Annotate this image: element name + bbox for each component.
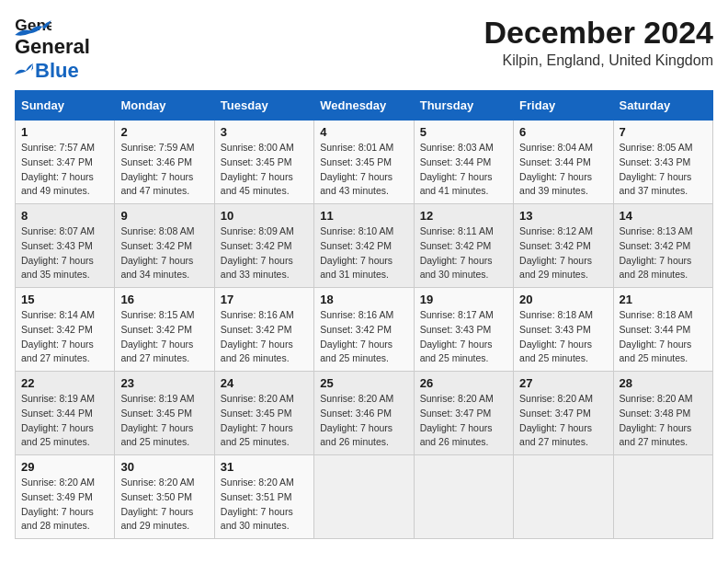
table-row [613,455,712,539]
col-sunday: Sunday [16,91,115,121]
day-number: 19 [420,293,507,306]
day-number: 3 [221,125,308,139]
day-number: 26 [420,376,507,390]
day-detail: Sunrise: 8:20 AMSunset: 3:45 PMDaylight:… [221,392,308,450]
table-row: 4 Sunrise: 8:01 AMSunset: 3:45 PMDayligh… [314,121,414,204]
day-number: 23 [120,376,208,390]
table-row: 14 Sunrise: 8:13 AMSunset: 3:42 PMDaylig… [613,204,712,288]
page-title: December 2024 [483,15,713,51]
day-detail: Sunrise: 7:57 AMSunset: 3:47 PMDaylight:… [21,141,108,199]
day-detail: Sunrise: 8:17 AMSunset: 3:43 PMDaylight:… [420,308,507,366]
day-detail: Sunrise: 8:20 AMSunset: 3:50 PMDaylight:… [120,476,208,534]
calendar-week-row: 8 Sunrise: 8:07 AMSunset: 3:43 PMDayligh… [16,204,713,288]
table-row: 7 Sunrise: 8:05 AMSunset: 3:43 PMDayligh… [613,121,712,204]
table-row: 23 Sunrise: 8:19 AMSunset: 3:45 PMDaylig… [115,372,214,455]
table-row: 18 Sunrise: 8:16 AMSunset: 3:42 PMDaylig… [314,288,414,372]
day-detail: Sunrise: 8:18 AMSunset: 3:44 PMDaylight:… [620,308,707,366]
calendar-header-row: Sunday Monday Tuesday Wednesday Thursday… [16,91,713,121]
table-row: 1 Sunrise: 7:57 AMSunset: 3:47 PMDayligh… [16,121,115,204]
header: General General Blue December 2024 Kilpi… [15,15,713,83]
table-row: 13 Sunrise: 8:12 AMSunset: 3:42 PMDaylig… [514,204,613,288]
table-row: 21 Sunrise: 8:18 AMSunset: 3:44 PMDaylig… [613,288,712,372]
table-row: 24 Sunrise: 8:20 AMSunset: 3:45 PMDaylig… [214,372,313,455]
day-detail: Sunrise: 8:13 AMSunset: 3:42 PMDaylight:… [620,224,707,282]
table-row: 15 Sunrise: 8:14 AMSunset: 3:42 PMDaylig… [16,288,115,372]
day-detail: Sunrise: 8:07 AMSunset: 3:43 PMDaylight:… [21,224,108,282]
table-row: 2 Sunrise: 7:59 AMSunset: 3:46 PMDayligh… [115,121,214,204]
table-row: 5 Sunrise: 8:03 AMSunset: 3:44 PMDayligh… [414,121,513,204]
day-number: 17 [221,293,308,306]
table-row: 8 Sunrise: 8:07 AMSunset: 3:43 PMDayligh… [16,204,115,288]
table-row: 26 Sunrise: 8:20 AMSunset: 3:47 PMDaylig… [414,372,513,455]
day-detail: Sunrise: 8:16 AMSunset: 3:42 PMDaylight:… [221,308,308,366]
col-saturday: Saturday [613,91,712,121]
day-detail: Sunrise: 8:19 AMSunset: 3:45 PMDaylight:… [120,392,208,450]
logo: General General Blue [15,15,90,83]
day-detail: Sunrise: 8:20 AMSunset: 3:49 PMDaylight:… [21,476,108,534]
table-row: 9 Sunrise: 8:08 AMSunset: 3:42 PMDayligh… [115,204,214,288]
day-number: 31 [221,460,308,474]
calendar-week-row: 1 Sunrise: 7:57 AMSunset: 3:47 PMDayligh… [16,121,713,204]
day-number: 22 [21,376,108,390]
table-row: 12 Sunrise: 8:11 AMSunset: 3:42 PMDaylig… [414,204,513,288]
day-detail: Sunrise: 8:16 AMSunset: 3:42 PMDaylight:… [320,308,407,366]
day-number: 5 [420,125,507,139]
calendar-week-row: 29 Sunrise: 8:20 AMSunset: 3:49 PMDaylig… [16,455,713,539]
day-number: 9 [120,209,208,223]
table-row: 3 Sunrise: 8:00 AMSunset: 3:45 PMDayligh… [214,121,313,204]
day-number: 25 [320,376,407,390]
table-row: 17 Sunrise: 8:16 AMSunset: 3:42 PMDaylig… [214,288,313,372]
day-number: 28 [620,376,707,390]
calendar-week-row: 22 Sunrise: 8:19 AMSunset: 3:44 PMDaylig… [16,372,713,455]
day-number: 6 [519,125,607,139]
day-number: 14 [620,209,707,223]
day-detail: Sunrise: 7:59 AMSunset: 3:46 PMDaylight:… [120,141,208,199]
day-detail: Sunrise: 8:20 AMSunset: 3:46 PMDaylight:… [320,392,407,450]
day-detail: Sunrise: 8:05 AMSunset: 3:43 PMDaylight:… [620,141,707,199]
day-detail: Sunrise: 8:12 AMSunset: 3:42 PMDaylight:… [519,224,607,282]
day-number: 29 [21,460,108,474]
day-number: 12 [420,209,507,223]
day-number: 30 [120,460,208,474]
table-row: 28 Sunrise: 8:20 AMSunset: 3:48 PMDaylig… [613,372,712,455]
day-detail: Sunrise: 8:03 AMSunset: 3:44 PMDaylight:… [420,141,507,199]
day-detail: Sunrise: 8:00 AMSunset: 3:45 PMDaylight:… [221,141,308,199]
col-wednesday: Wednesday [314,91,414,121]
col-friday: Friday [514,91,613,121]
day-number: 27 [519,376,607,390]
table-row: 11 Sunrise: 8:10 AMSunset: 3:42 PMDaylig… [314,204,414,288]
table-row [314,455,414,539]
day-detail: Sunrise: 8:08 AMSunset: 3:42 PMDaylight:… [120,224,208,282]
day-number: 4 [320,125,407,139]
day-detail: Sunrise: 8:15 AMSunset: 3:42 PMDaylight:… [120,308,208,366]
day-number: 10 [221,209,308,223]
day-number: 20 [519,293,607,306]
day-detail: Sunrise: 8:20 AMSunset: 3:48 PMDaylight:… [620,392,707,450]
table-row: 6 Sunrise: 8:04 AMSunset: 3:44 PMDayligh… [514,121,613,204]
logo-bird-icon [15,63,33,78]
day-detail: Sunrise: 8:20 AMSunset: 3:51 PMDaylight:… [221,476,308,534]
table-row: 27 Sunrise: 8:20 AMSunset: 3:47 PMDaylig… [514,372,613,455]
day-detail: Sunrise: 8:20 AMSunset: 3:47 PMDaylight:… [420,392,507,450]
day-number: 13 [519,209,607,223]
table-row: 10 Sunrise: 8:09 AMSunset: 3:42 PMDaylig… [214,204,313,288]
day-number: 16 [120,293,208,306]
calendar-week-row: 15 Sunrise: 8:14 AMSunset: 3:42 PMDaylig… [16,288,713,372]
day-number: 1 [21,125,108,139]
table-row: 19 Sunrise: 8:17 AMSunset: 3:43 PMDaylig… [414,288,513,372]
table-row: 30 Sunrise: 8:20 AMSunset: 3:50 PMDaylig… [115,455,214,539]
day-detail: Sunrise: 8:14 AMSunset: 3:42 PMDaylight:… [21,308,108,366]
day-detail: Sunrise: 8:20 AMSunset: 3:47 PMDaylight:… [519,392,607,450]
table-row: 20 Sunrise: 8:18 AMSunset: 3:43 PMDaylig… [514,288,613,372]
logo-blue: Blue [35,59,79,83]
calendar-table: Sunday Monday Tuesday Wednesday Thursday… [15,90,713,539]
day-number: 2 [120,125,208,139]
day-number: 7 [620,125,707,139]
table-row [514,455,613,539]
table-row [414,455,513,539]
col-tuesday: Tuesday [214,91,313,121]
col-thursday: Thursday [414,91,513,121]
day-detail: Sunrise: 8:19 AMSunset: 3:44 PMDaylight:… [21,392,108,450]
page-subtitle: Kilpin, England, United Kingdom [483,52,713,69]
day-detail: Sunrise: 8:09 AMSunset: 3:42 PMDaylight:… [221,224,308,282]
